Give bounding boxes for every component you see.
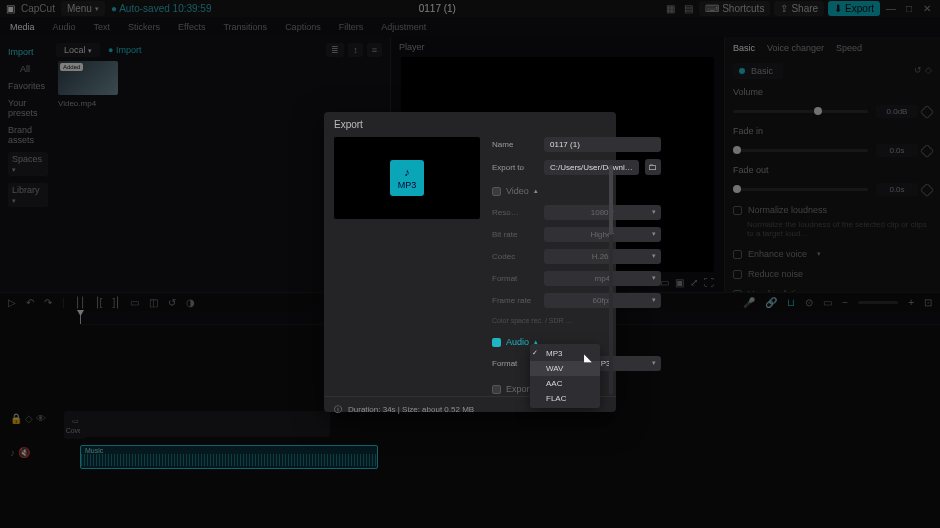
audio-format-dropdown: ✓MP3 WAV AAC FLAC: [530, 344, 600, 408]
modal-scrollbar[interactable]: [609, 165, 613, 395]
video-checkbox[interactable]: [492, 187, 501, 196]
option-flac[interactable]: FLAC: [530, 391, 600, 406]
exportto-input[interactable]: C:/Users/User/Downl…: [544, 160, 639, 175]
export-title: Export: [324, 112, 616, 137]
info-icon: ⓘ: [334, 404, 342, 415]
gif-checkbox[interactable]: [492, 385, 501, 394]
preview-chip: ♪MP3: [390, 160, 425, 196]
codec-select[interactable]: H.264▾: [544, 249, 661, 264]
video-header: Video: [506, 186, 529, 196]
audio-checkbox[interactable]: [492, 338, 501, 347]
audio-header: Audio: [506, 337, 529, 347]
option-aac[interactable]: AAC: [530, 376, 600, 391]
colorspace-note: Color space rec. / SDR …: [492, 315, 661, 326]
resolution-select[interactable]: 1080P▾: [544, 205, 661, 220]
export-preview: ♪MP3: [334, 137, 480, 219]
name-input[interactable]: 0117 (1): [544, 137, 661, 152]
option-wav[interactable]: WAV: [530, 361, 600, 376]
export-footer-info: Duration: 34s | Size: about 0.52 MB: [348, 405, 474, 414]
fps-select[interactable]: 60fps▾: [544, 293, 661, 308]
option-mp3[interactable]: ✓MP3: [530, 346, 600, 361]
exportto-label: Export to: [492, 163, 538, 172]
folder-icon[interactable]: 🗀: [645, 159, 661, 175]
name-label: Name: [492, 140, 538, 149]
bitrate-select[interactable]: Higher▾: [544, 227, 661, 242]
vformat-select[interactable]: mp4▾: [544, 271, 661, 286]
